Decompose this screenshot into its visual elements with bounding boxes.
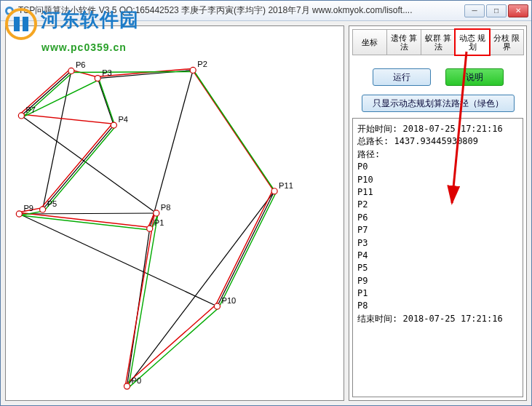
svg-point-20 — [95, 76, 100, 81]
svg-point-16 — [147, 226, 153, 231]
only-show-dp-button[interactable]: 只显示动态规划算法路径（绿色） — [362, 95, 515, 112]
svg-text:P7: P7 — [25, 106, 36, 114]
svg-line-12 — [217, 191, 274, 306]
svg-point-36 — [271, 188, 277, 194]
svg-line-11 — [19, 214, 217, 306]
svg-text:P3: P3 — [102, 68, 112, 77]
svg-line-9 — [21, 116, 156, 213]
app-icon — [4, 5, 15, 17]
svg-point-26 — [68, 68, 74, 73]
svg-line-3 — [150, 70, 193, 228]
svg-point-14 — [124, 383, 130, 389]
tsp-graph: P0P1P2P3P4P5P6P7P8P9P10P11 — [6, 26, 344, 400]
svg-text:P1: P1 — [154, 218, 164, 227]
svg-text:P5: P5 — [47, 199, 57, 208]
svg-point-24 — [40, 207, 46, 212]
side-panel: 坐标 遗传 算法 蚁群 算法 动态 规划 分枝 限界 运行 说明 只显示动态规划… — [349, 25, 527, 401]
maximize-button[interactable]: □ — [486, 4, 507, 17]
svg-text:P10: P10 — [222, 296, 237, 305]
tab-ga[interactable]: 遗传 算法 — [386, 29, 421, 55]
app-window: TSP问题算法小软件 V3.5 QQ:165442523 李庚子李丙寅(李均宇)… — [0, 0, 532, 406]
titlebar: TSP问题算法小软件 V3.5 QQ:165442523 李庚子李丙寅(李均宇)… — [1, 1, 531, 21]
output-textarea[interactable]: 开始时间: 2018-07-25 17:21:16 总路长: 1437.9344… — [352, 118, 523, 397]
svg-point-32 — [16, 211, 22, 217]
svg-point-22 — [111, 122, 116, 128]
svg-point-28 — [18, 113, 24, 119]
svg-point-1 — [7, 9, 12, 13]
tab-coords[interactable]: 坐标 — [352, 29, 387, 55]
svg-text:P2: P2 — [197, 60, 207, 68]
svg-point-30 — [154, 210, 159, 216]
action-row: 运行 说明 — [352, 68, 523, 86]
svg-text:P6: P6 — [76, 60, 86, 69]
tab-aco[interactable]: 蚁群 算法 — [421, 29, 456, 55]
svg-text:P8: P8 — [161, 203, 171, 212]
client-area: P0P1P2P3P4P5P6P7P8P9P10P11 坐标 遗传 算法 蚁群 算… — [1, 21, 531, 405]
explain-button[interactable]: 说明 — [445, 68, 504, 86]
svg-text:P4: P4 — [118, 115, 128, 124]
svg-point-18 — [190, 67, 196, 73]
tab-bb[interactable]: 分枝 限界 — [489, 29, 524, 55]
svg-line-6 — [43, 125, 114, 210]
svg-point-34 — [214, 303, 220, 309]
svg-line-10 — [19, 213, 156, 214]
minimize-button[interactable]: ─ — [464, 4, 485, 17]
svg-text:P11: P11 — [279, 181, 293, 190]
graph-canvas: P0P1P2P3P4P5P6P7P8P9P10P11 — [5, 25, 344, 401]
algorithm-tabs: 坐标 遗传 算法 蚁群 算法 动态 规划 分枝 限界 — [352, 29, 523, 55]
svg-line-13 — [127, 191, 274, 386]
window-title: TSP问题算法小软件 V3.5 QQ:165442523 李庚子李丙寅(李均宇)… — [18, 4, 464, 17]
tab-dp[interactable]: 动态 规划 — [455, 29, 490, 55]
window-controls: ─ □ ✕ — [464, 4, 528, 17]
svg-line-5 — [98, 79, 114, 126]
close-button[interactable]: ✕ — [508, 4, 528, 17]
svg-text:P0: P0 — [132, 376, 142, 385]
run-button[interactable]: 运行 — [373, 68, 431, 86]
svg-text:P9: P9 — [23, 204, 33, 212]
